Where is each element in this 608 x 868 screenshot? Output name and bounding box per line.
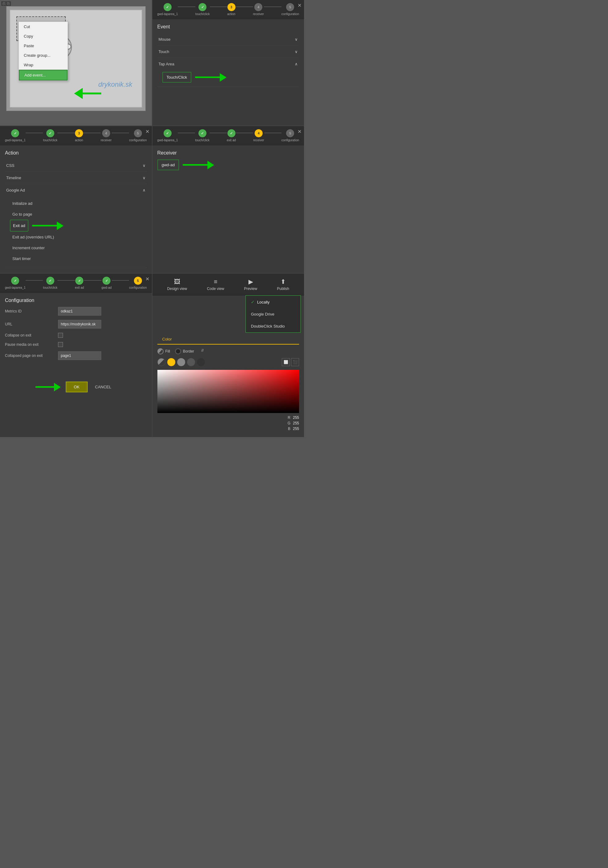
r-step-5-label: configuration <box>281 138 299 142</box>
canvas-panel: (0, 0) gwd-in drykonik.sk Cut Copy Paste… <box>0 0 152 126</box>
c-step-5-label: configuration <box>129 286 146 289</box>
doubleclickstudio-label: DoubleClick Studio <box>251 324 285 329</box>
googlead-header[interactable]: Google Ad ∧ <box>5 184 147 196</box>
metrics-id-input[interactable] <box>58 307 101 316</box>
gwd-ad-box[interactable]: gwd-ad <box>157 160 179 170</box>
action-exit-ad[interactable]: Exit ad <box>10 220 28 232</box>
publish-locally[interactable]: ✓ Locally <box>246 296 300 308</box>
step-1-label: gwd-taparea_1 <box>157 12 178 16</box>
swatch-yellow[interactable] <box>167 358 175 366</box>
border-btn[interactable]: Border <box>175 348 194 354</box>
code-view-btn[interactable]: ≡ Code view <box>207 278 224 291</box>
action-start-timer[interactable]: Start timer <box>10 253 142 264</box>
event-content: Event Mouse ∨ Touch ∨ Tap Area ∧ <box>152 19 304 91</box>
swatch-paste-icon[interactable]: ⬛ <box>291 358 299 366</box>
a-step-1: ✓ gwd-taparea_1 <box>5 129 26 142</box>
color-swatches: ⬜ ⬛ <box>157 358 299 366</box>
r-step-1-label: gwd-taparea_1 <box>157 138 178 142</box>
touch-header[interactable]: Touch ∨ <box>157 46 299 58</box>
code-view-icon: ≡ <box>214 278 218 285</box>
context-add-event[interactable]: Add event... <box>19 70 68 81</box>
swatch-none[interactable] <box>157 358 165 366</box>
swatch-gray3[interactable] <box>197 358 205 366</box>
css-header[interactable]: CSS ∨ <box>5 160 147 172</box>
pause-media-checkbox[interactable] <box>58 342 63 347</box>
swatch-copy-icon[interactable]: ⬜ <box>282 358 290 366</box>
swatch-gray2[interactable] <box>187 358 195 366</box>
b-value: 255 <box>293 426 299 431</box>
mouse-header[interactable]: Mouse ∨ <box>157 33 299 45</box>
r-step-2-circle: ✓ <box>199 129 207 137</box>
a-step-3-label: action <box>75 138 83 142</box>
main-grid: (0, 0) gwd-in drykonik.sk Cut Copy Paste… <box>0 0 304 437</box>
fill-btn[interactable]: Fill <box>157 348 170 354</box>
taparea-body: Touch/Click <box>157 70 299 86</box>
a-step-3: 3 action <box>75 129 83 142</box>
collapse-exit-checkbox[interactable] <box>58 333 63 338</box>
ok-button[interactable]: OK <box>66 381 88 392</box>
cancel-button[interactable]: CANCEL <box>90 382 117 392</box>
context-wrap[interactable]: Wrap <box>19 60 68 70</box>
design-view-btn[interactable]: 🖼 Design view <box>167 278 187 291</box>
a-step-5-label: configuration <box>129 138 146 142</box>
a-step-4: 4 receiver <box>101 129 112 142</box>
c-connector-1 <box>26 280 43 281</box>
step-2-circle: ✓ <box>199 3 207 11</box>
r-connector-1 <box>178 133 195 133</box>
r-value: 255 <box>293 415 299 420</box>
r-step-2: ✓ touch/click <box>195 129 210 142</box>
r-step-3-label: exit ad <box>227 138 236 142</box>
touch-click-box[interactable]: Touch/Click <box>162 72 191 83</box>
color-picker-area[interactable] <box>157 370 299 413</box>
publish-color-panel: 🖼 Design view ≡ Code view ▶ Preview ⬆ Pu… <box>152 274 304 437</box>
swatch-gray1[interactable] <box>177 358 185 366</box>
event-title: Event <box>157 24 299 29</box>
taparea-label: Tap Area <box>159 62 174 66</box>
timeline-header[interactable]: Timeline ∨ <box>5 172 147 184</box>
step-2: ✓ touch/click <box>195 3 210 16</box>
receiver-panel: ✕ ✓ gwd-taparea_1 ✓ touch/click ✓ exit a… <box>152 126 304 273</box>
pause-media-row: Pause media on exit <box>5 342 147 347</box>
taparea-header[interactable]: Tap Area ∧ <box>157 58 299 70</box>
action-init-ad[interactable]: Initialize ad <box>10 198 142 209</box>
r-label: R <box>286 415 291 420</box>
color-panel: Color Fill Border // <box>152 329 304 437</box>
r-connector-4 <box>264 133 281 133</box>
a-step-1-circle: ✓ <box>11 129 19 137</box>
publish-doubleclickstudio[interactable]: DoubleClick Studio <box>246 320 300 332</box>
c-connector-2 <box>58 280 75 281</box>
action-increment[interactable]: Increment counter <box>10 242 142 253</box>
url-input[interactable] <box>58 320 101 329</box>
a-step-5: 5 configuration <box>129 129 146 142</box>
a-step-5-circle: 5 <box>134 129 142 137</box>
fill-label: Fill <box>165 349 170 353</box>
border-icon <box>175 348 181 354</box>
context-cut[interactable]: Cut <box>19 22 68 31</box>
step-5-circle: 5 <box>286 3 294 11</box>
c-connector-4 <box>112 280 129 281</box>
step-1-circle: ✓ <box>163 3 172 11</box>
context-copy[interactable]: Copy <box>19 31 68 41</box>
r-step-4: 4 receiver <box>253 129 264 142</box>
pause-media-label: Pause media on exit <box>5 343 54 347</box>
arrow-line <box>83 93 101 95</box>
config-stepper: ✓ gwd-taparea_1 ✓ touch/click ✓ exit ad … <box>0 274 152 293</box>
context-create-group[interactable]: Create group... <box>19 51 68 60</box>
step-3-label: action <box>227 12 235 16</box>
color-tab[interactable]: Color <box>157 334 177 344</box>
publish-btn[interactable]: ⬆ Publish <box>277 278 289 291</box>
taparea-accordion: Tap Area ∧ Touch/Click <box>157 58 299 87</box>
action-exit-ad-url[interactable]: Exit ad (overrides URL) <box>10 232 142 242</box>
context-paste[interactable]: Paste <box>19 41 68 51</box>
recv-arrow-line <box>183 164 207 166</box>
preview-btn[interactable]: ▶ Preview <box>244 278 257 291</box>
action-title: Action <box>5 150 147 156</box>
coord-display: (0, 0) <box>1 1 11 6</box>
collapsed-page-select[interactable]: page1 <box>58 351 101 360</box>
collapse-exit-row: Collapse on exit <box>5 333 147 338</box>
b-label: B <box>286 426 291 431</box>
action-go-to-page[interactable]: Go to page <box>10 209 142 220</box>
step-4: 4 receiver <box>253 3 264 16</box>
locally-checkmark: ✓ <box>251 299 255 304</box>
publish-google-drive[interactable]: Google Drive <box>246 308 300 320</box>
